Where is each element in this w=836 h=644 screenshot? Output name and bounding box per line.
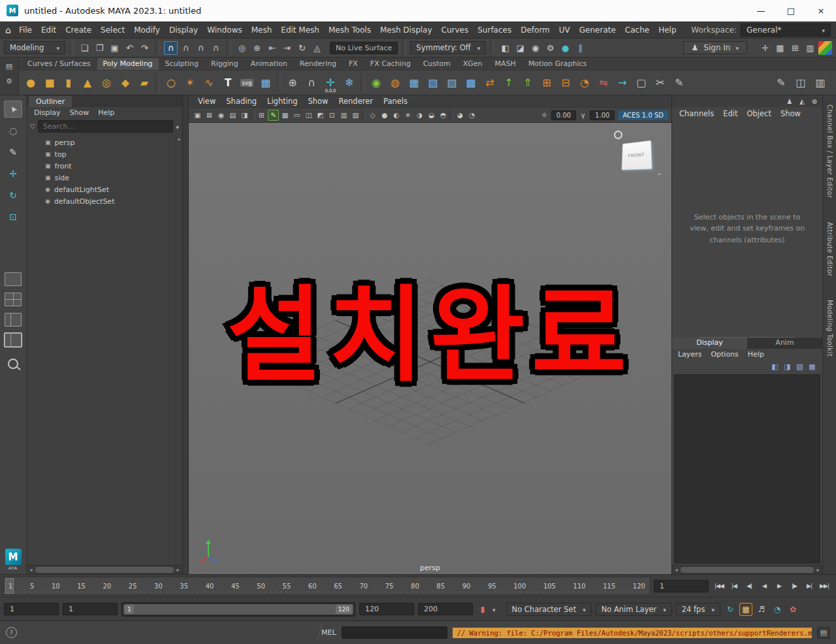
snap-to-curves-icon[interactable]: ∩ xyxy=(179,41,193,55)
step-back-one-key-button[interactable]: |◀ xyxy=(727,579,741,593)
menu-deform[interactable]: Deform xyxy=(516,25,555,35)
vp-menu-show[interactable]: Show xyxy=(303,97,334,106)
quad-draw-icon[interactable]: ✎ xyxy=(670,73,688,93)
cb-menu-object[interactable]: Object xyxy=(743,109,776,118)
search-input[interactable] xyxy=(38,120,174,133)
playback-end-field[interactable]: 120 xyxy=(359,603,414,615)
conform-icon[interactable]: → xyxy=(613,73,632,93)
isolate-select-icon[interactable]: ◕ xyxy=(455,110,466,121)
layer-list-area[interactable] xyxy=(674,374,820,564)
poly-sphere-icon[interactable]: ● xyxy=(22,73,40,93)
exposure-icon[interactable]: ☼ xyxy=(539,110,550,121)
live-surface-field[interactable]: No Live Surface xyxy=(330,42,398,54)
film-gate-icon[interactable]: ▭ xyxy=(291,110,302,121)
shelf-tab-menu-icon[interactable]: ▤ xyxy=(4,61,14,71)
highlight-selection-mode-icon[interactable]: ◬ xyxy=(310,41,324,55)
poly-cylinder-icon[interactable]: ▮ xyxy=(59,73,78,93)
menu-select[interactable]: Select xyxy=(96,25,129,35)
poly-disc-icon[interactable]: ▰ xyxy=(135,73,153,93)
channel-speed-icon[interactable]: ◭ xyxy=(797,97,807,106)
help-icon[interactable]: ? xyxy=(6,627,17,638)
camera-attributes-icon[interactable]: ◉ xyxy=(216,110,227,121)
group-collapse-handle[interactable] xyxy=(490,41,494,54)
center-pivot-icon[interactable]: ⊕ xyxy=(283,73,302,93)
anim-layer-select[interactable]: No Anim Layer xyxy=(596,603,672,616)
vp-menu-renderer[interactable]: Renderer xyxy=(334,97,379,106)
home-icon[interactable]: ⌂ xyxy=(5,25,11,35)
group-collapse-handle[interactable] xyxy=(227,41,231,54)
shelf-tab-mash[interactable]: MASH xyxy=(489,58,522,70)
bookmark-icon[interactable]: ▮ xyxy=(477,604,489,615)
layer-visibility-icon[interactable]: ◧ xyxy=(770,362,780,372)
channel-manipulator-icon[interactable]: ♟ xyxy=(785,97,794,106)
current-frame-field[interactable]: 1 xyxy=(654,580,709,592)
go-to-playback-end-button[interactable]: ▶▶| xyxy=(817,579,831,593)
panel-splitter[interactable] xyxy=(183,95,189,574)
vp-menu-lighting[interactable]: Lighting xyxy=(262,97,302,106)
step-forward-one-key-button[interactable]: ▶| xyxy=(802,579,816,593)
input-connections-icon[interactable]: ⇤ xyxy=(265,41,279,55)
zoom-tool-icon[interactable] xyxy=(8,359,18,369)
shelf-tab-xgen[interactable]: XGen xyxy=(457,58,489,70)
extrude-icon[interactable]: ↑ xyxy=(500,73,518,93)
scale-tool-icon[interactable]: ⊡ xyxy=(4,208,22,225)
scroll-left-icon[interactable]: ◂ xyxy=(673,567,680,573)
move-to-origin-icon[interactable]: ✛0,0,0 xyxy=(321,73,340,93)
shelf-tab-fx[interactable]: FX xyxy=(343,58,364,70)
close-button[interactable]: × xyxy=(806,0,836,21)
command-language-toggle[interactable]: MEL xyxy=(321,628,336,637)
image-plane-icon[interactable]: ▢ xyxy=(632,73,651,93)
resolution-gate-icon[interactable]: ◫ xyxy=(303,110,314,121)
open-scene-icon[interactable]: ❐ xyxy=(93,41,106,55)
step-forward-one-frame-button[interactable]: |▶ xyxy=(787,579,801,593)
show-manipulators-icon[interactable]: ✛ xyxy=(758,41,772,55)
animation-end-field[interactable]: 200 xyxy=(418,603,473,615)
layer-menu-options[interactable]: Options xyxy=(706,350,743,359)
smooth-mesh-icon[interactable]: ▩ xyxy=(462,73,480,93)
filter-icon[interactable]: ▽ xyxy=(30,123,35,130)
menu-file[interactable]: File xyxy=(14,25,37,35)
curve-pencil-icon[interactable]: ✎ xyxy=(772,73,790,93)
lattice-icon[interactable]: ◍ xyxy=(386,73,404,93)
viewcube-cube[interactable]: FRONT xyxy=(621,140,652,170)
outliner-menu-show[interactable]: Show xyxy=(65,108,94,117)
playback-speed-icon[interactable]: ◔ xyxy=(771,604,783,615)
shelf-tab-custom[interactable]: Custom xyxy=(417,58,457,70)
exposure-field[interactable]: 0.00 xyxy=(551,110,576,120)
layout-single-pane-icon[interactable] xyxy=(5,272,22,286)
menu-mesh[interactable]: Mesh xyxy=(247,25,277,35)
two-d-pan-zoom-icon[interactable]: ⊞ xyxy=(256,110,267,121)
outliner-menu-display[interactable]: Display xyxy=(29,108,65,117)
snap-to-points-icon[interactable]: ∩ xyxy=(194,41,208,55)
menu-surfaces[interactable]: Surfaces xyxy=(473,25,516,35)
menu-curves[interactable]: Curves xyxy=(437,25,474,35)
range-start-handle[interactable]: 1 xyxy=(125,605,134,614)
make-live-icon[interactable]: ◎ xyxy=(235,41,249,55)
colorspace-badge[interactable]: ACES 1.0 SD xyxy=(618,110,668,120)
range-end-handle[interactable]: 120 xyxy=(336,605,352,614)
minimize-button[interactable]: — xyxy=(746,0,776,21)
paint-select-tool-icon[interactable]: ✎ xyxy=(4,144,22,161)
shelf-tab-sculpting[interactable]: Sculpting xyxy=(159,58,204,70)
chevron-down-icon[interactable] xyxy=(176,122,179,131)
save-scene-icon[interactable]: ▣ xyxy=(108,41,121,55)
snap-to-grids-icon[interactable]: ∩ xyxy=(164,41,178,55)
play-backwards-button[interactable]: ◀ xyxy=(757,579,771,593)
cb-menu-channels[interactable]: Channels xyxy=(675,109,718,118)
channel-box-hscrollbar[interactable]: ◂ ▸ xyxy=(672,565,822,574)
poly-plane-icon[interactable]: ◆ xyxy=(116,73,135,93)
scrollbar-thumb[interactable] xyxy=(681,567,814,573)
outliner-item-front[interactable]: ▣ front xyxy=(27,160,182,172)
chevron-down-icon[interactable] xyxy=(492,605,496,614)
redo-icon[interactable]: ↷ xyxy=(138,41,152,55)
layer-menu-help[interactable]: Help xyxy=(743,350,769,359)
fps-select[interactable]: 24 fps xyxy=(676,603,720,616)
editor-layout-icon[interactable]: ▥ xyxy=(803,41,817,55)
auto-keyframe-icon[interactable]: ✿ xyxy=(787,604,799,615)
cb-menu-show[interactable]: Show xyxy=(776,109,805,118)
scroll-right-icon[interactable]: ▸ xyxy=(814,567,822,573)
make-live-icon[interactable]: ◉ xyxy=(367,73,385,93)
outliner-item-defaultlightset[interactable]: ◉ defaultLightSet xyxy=(27,184,182,195)
layer-tab-display[interactable]: Display xyxy=(672,338,747,349)
construction-history-icon[interactable]: ↻ xyxy=(295,41,309,55)
